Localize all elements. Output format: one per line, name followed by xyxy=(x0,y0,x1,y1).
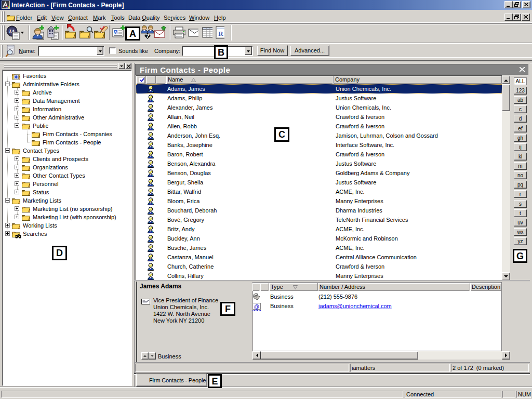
svg-text:A: A xyxy=(114,30,117,35)
svg-text:?: ? xyxy=(146,33,150,39)
svg-text:R: R xyxy=(218,30,223,37)
svg-text:@: @ xyxy=(254,304,259,310)
